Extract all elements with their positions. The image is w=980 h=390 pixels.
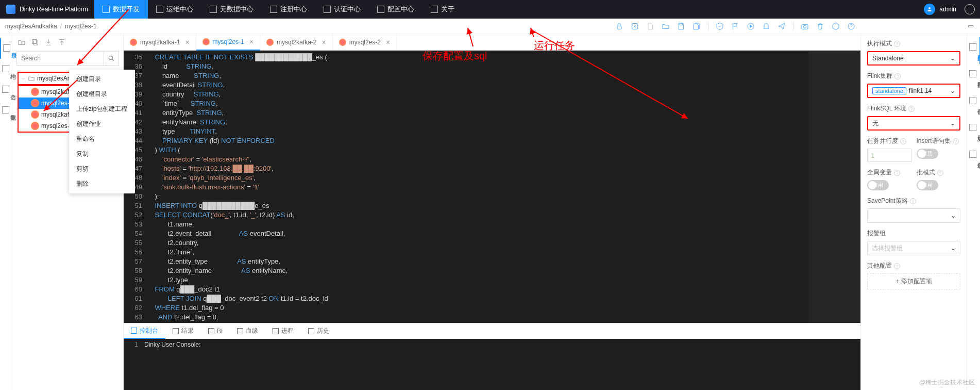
insert-toggle[interactable]: 禁用	[917, 149, 938, 159]
terminal-icon	[131, 328, 137, 334]
user-area[interactable]: admin	[916, 4, 965, 15]
camera-icon[interactable]	[801, 22, 809, 30]
tab-mysql2kafka-1[interactable]: mysql2kafka-1×	[124, 34, 196, 50]
list-icon	[3, 44, 10, 52]
new-folder-icon[interactable]	[18, 38, 26, 46]
close-icon[interactable]: ×	[322, 38, 326, 46]
save-icon[interactable]	[677, 22, 685, 30]
rail-directory[interactable]: 目录	[0, 38, 12, 59]
ctx-cut[interactable]: 剪切	[69, 161, 135, 176]
ctx-create-dir[interactable]: 创建目录	[69, 72, 135, 87]
nav-datadev[interactable]: 数据开发	[94, 0, 148, 19]
play-circle-icon[interactable]	[747, 22, 755, 30]
box-icon[interactable]	[832, 22, 840, 30]
help-icon[interactable]: ?	[894, 41, 900, 47]
trash-icon[interactable]	[816, 22, 824, 30]
rrail-job-info[interactable]: 作业信息	[967, 144, 980, 171]
batch-toggle[interactable]: 禁用	[917, 180, 938, 190]
code-editor[interactable]: 3536373839404142434445464748495051525354…	[124, 51, 860, 323]
help-icon[interactable]: ?	[953, 138, 959, 144]
folder-open-icon[interactable]	[662, 22, 670, 30]
code-area[interactable]: CREATE TABLE IF NOT EXISTS ████████████_…	[147, 51, 809, 323]
sidebar-search	[12, 51, 123, 70]
nav-auth[interactable]: 认证中心	[315, 0, 369, 19]
search-input[interactable]	[16, 51, 104, 66]
ctab-bi[interactable]: BI	[201, 323, 230, 339]
nav-config[interactable]: 配置中心	[369, 0, 423, 19]
parallelism-input[interactable]	[867, 149, 911, 162]
check-icon[interactable]	[716, 22, 724, 30]
ctab-process[interactable]: 进程	[265, 323, 301, 339]
alarm-select[interactable]: 选择报警组⌄	[867, 241, 960, 255]
file-icon[interactable]	[646, 22, 654, 30]
save-icon	[969, 97, 976, 104]
history-icon	[969, 124, 976, 131]
send-icon[interactable]	[778, 22, 786, 30]
lock-icon[interactable]	[615, 22, 623, 30]
nav-meta[interactable]: 元数据中心	[201, 0, 262, 19]
savepoint-select[interactable]: ⌄	[867, 208, 960, 223]
rail-metadata[interactable]: 元数据	[0, 100, 12, 121]
global-toggle[interactable]: 禁用	[867, 180, 889, 190]
console-body[interactable]: 1Dinky User Console:	[124, 339, 860, 390]
logo-icon	[6, 5, 15, 14]
ctx-rename[interactable]: 重命名	[69, 132, 135, 147]
help-icon[interactable]	[847, 22, 855, 30]
rrail-exec-config[interactable]: 执行配置	[967, 64, 980, 91]
rrail-version[interactable]: 版本历史	[967, 118, 980, 144]
folder-icon	[28, 75, 35, 82]
upload-icon[interactable]	[58, 38, 66, 46]
close-square-icon[interactable]	[631, 22, 639, 30]
close-icon[interactable]: ×	[185, 38, 189, 46]
task-icon	[31, 110, 39, 119]
help-icon[interactable]: ?	[900, 138, 906, 144]
add-config-button[interactable]: + 添加配置项	[867, 273, 960, 289]
monitor-icon	[103, 6, 110, 13]
help-icon[interactable]: ?	[910, 198, 916, 204]
help-icon[interactable]: ?	[937, 170, 943, 176]
flag-icon[interactable]	[731, 22, 739, 30]
breadcrumb: mysql2esAndkafka / mysql2es-1	[0, 23, 222, 30]
cluster-select[interactable]: standaloneflink1.14⌄	[867, 84, 960, 98]
crumb-root[interactable]: mysql2esAndkafka	[5, 23, 57, 30]
save-all-icon[interactable]	[692, 22, 701, 30]
nav-registry[interactable]: 注册中心	[262, 0, 315, 19]
close-icon[interactable]: ×	[386, 38, 390, 46]
tab-mysql2es-1[interactable]: mysql2es-1×	[196, 34, 261, 51]
rrail-job-config[interactable]: 作业配置	[967, 37, 980, 64]
ctx-copy[interactable]: 复制	[69, 147, 135, 161]
ctab-console[interactable]: 控制台	[124, 323, 165, 339]
ctab-history[interactable]: 历史	[301, 323, 336, 339]
tab-mysql2kafka-2[interactable]: mysql2kafka-2×	[260, 34, 333, 50]
bell-icon[interactable]	[762, 22, 770, 30]
exec-mode-select[interactable]: Standalone⌄	[867, 51, 960, 66]
globe-icon[interactable]	[965, 4, 975, 14]
copy-icon[interactable]	[31, 38, 39, 46]
help-icon[interactable]: ?	[894, 263, 900, 269]
avatar-icon	[924, 4, 935, 15]
ctx-delete[interactable]: 删除	[69, 176, 135, 191]
help-icon[interactable]: ?	[894, 170, 900, 176]
ctab-result[interactable]: 结果	[165, 323, 201, 339]
minimize-icon[interactable]	[967, 22, 975, 30]
rail-structure[interactable]: 结构	[0, 59, 12, 79]
ctab-lineage[interactable]: 血缘	[230, 323, 265, 339]
ctx-create-root[interactable]: 创建根目录	[69, 87, 135, 102]
env-select[interactable]: 无⌄	[867, 116, 960, 131]
nav-ops[interactable]: 运维中心	[148, 0, 201, 19]
rail-session[interactable]: 会话	[0, 79, 12, 100]
ctx-create-job[interactable]: 创建作业	[69, 117, 135, 132]
minimap[interactable]	[809, 51, 860, 323]
svg-rect-3	[680, 23, 682, 25]
rrail-savepoint[interactable]: 保存点	[967, 91, 980, 118]
svg-point-6	[803, 25, 806, 28]
close-icon[interactable]: ×	[249, 38, 254, 46]
download-icon[interactable]	[44, 38, 53, 46]
search-button[interactable]	[104, 51, 119, 66]
tab-mysql2es-2[interactable]: mysql2es-2×	[333, 34, 397, 50]
help-icon[interactable]: ?	[894, 73, 901, 79]
crumb-leaf[interactable]: mysql2es-1	[65, 23, 96, 30]
help-icon[interactable]: ?	[908, 106, 915, 112]
nav-about[interactable]: 关于	[423, 0, 463, 19]
ctx-upload-zip[interactable]: 上传zip包创建工程	[69, 102, 135, 117]
